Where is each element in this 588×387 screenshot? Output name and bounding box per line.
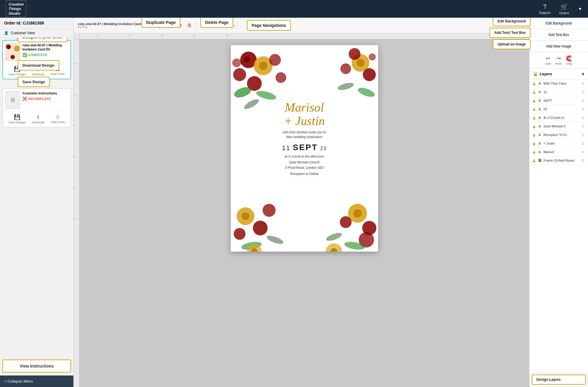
svg-point-3 [259, 62, 267, 70]
layer-name-9: Frame 03-Red Roses [543, 159, 580, 162]
svg-point-1 [244, 56, 250, 62]
incomplete-icon: ❌ [22, 96, 27, 101]
svg-point-4 [233, 68, 246, 81]
layer-item-0[interactable]: 🔒 A With Their Fami 🗑 [529, 79, 588, 88]
design-card-2-header: 🖥 Customer Instructions ❌ INCOMPLETE [5, 91, 68, 109]
incomplete-text: INCOMPLETE [28, 97, 51, 101]
layer-item-3[interactable]: 🔒 A 23 🗑 [529, 105, 588, 114]
callout-save-design: Save Design [18, 77, 50, 87]
layers-collapse-icon[interactable]: ∧ [582, 72, 584, 76]
layer-item-1[interactable]: 🔒 A 11 🗑 [529, 88, 588, 96]
layer-delete-icon-7[interactable]: 🗑 [582, 141, 585, 145]
undo-button[interactable]: ↩ Undo [545, 55, 551, 65]
ruler-horizontal: 1 2 3 4 5 [80, 33, 529, 39]
layer-delete-icon-1[interactable]: 🗑 [582, 90, 585, 94]
canvas-workspace[interactable]: Marisol + Justin with their families inv… [80, 39, 529, 387]
svg-point-8 [255, 89, 277, 101]
layer-delete-icon-4[interactable]: 🗑 [582, 116, 585, 120]
download-button-2[interactable]: ⬇ Download [31, 113, 46, 124]
layers-header: 🔒 Layers ∧ [529, 68, 588, 79]
design-list: Designs in your Order ↙ Download Design … [0, 38, 73, 357]
order-prints-button-2[interactable]: 🖨 Order Prints [49, 113, 67, 124]
layer-lock-icon: 🔒 [532, 159, 536, 162]
layer-lock-icon: 🔒 [532, 150, 536, 154]
layer-lock-icon: 🔒 [532, 82, 536, 85]
main-layout: Order Id: CJ1681358 👤 Customer View Desi… [0, 18, 588, 387]
couple-name1: Marisol + Justin [265, 101, 344, 128]
layer-item-9[interactable]: 🔒 🖼 Frame 03-Red Roses 🗑 [529, 156, 588, 165]
date-line: 11 SEPT 23 [265, 143, 344, 152]
collapse-menu-bar[interactable]: < Collapse Menu [0, 375, 73, 387]
svg-point-6 [269, 54, 281, 66]
print-icon-2: 🖨 [55, 114, 60, 120]
layer-name-3: 23 [543, 107, 580, 111]
left-sidebar: Order Id: CJ1681358 👤 Customer View Desi… [0, 18, 74, 387]
edit-background-label: Edit Background [546, 21, 571, 25]
layer-type-6: A [538, 133, 542, 137]
customer-view-label: Customer View [11, 31, 35, 35]
layer-item-2[interactable]: 🔒 A SEPT 🗑 [529, 96, 588, 105]
svg-point-10 [276, 72, 286, 83]
download-label-2: Download [32, 121, 44, 124]
redo-button[interactable]: ↪ Redo [556, 55, 562, 65]
svg-point-19 [369, 53, 376, 60]
card-text-area: Marisol + Justin with their families inv… [265, 101, 344, 176]
top-navigation: Creative Things Studio ? Support 🛒 Order… [0, 0, 588, 18]
layer-item-4[interactable]: 🔒 A At 3 O'clock In 🗑 [529, 114, 588, 122]
delete-page-button[interactable]: 🗑 [186, 22, 193, 29]
add-text-box-button[interactable]: Add Text Box Add Text/ Text Box [529, 29, 588, 41]
layer-delete-icon-3[interactable]: 🗑 [582, 107, 585, 111]
nav-support[interactable]: ? Support [539, 3, 551, 14]
nav-orders-label: Orders [559, 11, 569, 15]
save-changes-button-2[interactable]: 💾 Save Changes [7, 113, 28, 124]
snap-button[interactable]: 🧲 Snap [566, 55, 572, 65]
undo-icon: ↩ [546, 55, 550, 62]
layer-delete-icon-0[interactable]: 🗑 [582, 81, 585, 86]
add-new-image-button[interactable]: Add New Image Upload an Image [529, 41, 588, 52]
svg-point-24 [263, 204, 276, 217]
layer-item-5[interactable]: 🔒 A Saint Michael C 🗑 [529, 122, 588, 131]
date-month: SEPT [293, 143, 318, 152]
layer-type-8: A [538, 150, 542, 154]
design-thumb-2: 🖥 [5, 91, 20, 109]
edit-background-button[interactable]: Edit Background Edit Background [529, 18, 588, 29]
layer-name-1: 11 [543, 90, 580, 94]
download-label: Download [32, 73, 44, 76]
layer-delete-icon-5[interactable]: 🗑 [582, 124, 585, 128]
layer-delete-icon-8[interactable]: 🗑 [582, 150, 585, 154]
design-card-1[interactable]: Designs in your Order ↙ Download Design … [2, 40, 71, 79]
nav-right: ? Support 🛒 Orders ▼ [539, 3, 582, 15]
layer-name-8: Marisol [543, 150, 580, 154]
layer-item-6[interactable]: 🔒 A Reception To Fo 🗑 [529, 131, 588, 139]
print-label: Order Prints [51, 73, 65, 76]
view-instructions-label: View Instructions [20, 364, 54, 368]
wedding-card: Marisol + Justin with their families inv… [231, 45, 378, 252]
layer-delete-icon-6[interactable]: 🗑 [582, 133, 585, 137]
download-icon-2: ⬇ [36, 114, 40, 120]
support-icon: ? [543, 3, 546, 10]
layer-lock-icon: 🔒 [532, 125, 536, 128]
view-instructions-button[interactable]: View Instructions [2, 360, 71, 373]
add-new-image-label: Add New Image [546, 44, 571, 48]
layers-list: 🔒 A With Their Fami 🗑 🔒 A 11 🗑 🔒 A SEPT … [529, 79, 588, 372]
layer-delete-icon-9[interactable]: 🗑 [582, 158, 585, 163]
layer-item-8[interactable]: 🔒 A Marisol 🗑 [529, 148, 588, 156]
nav-dropdown-arrow[interactable]: ▼ [578, 6, 582, 11]
svg-point-30 [353, 209, 362, 217]
layer-item-7[interactable]: 🔒 A + Justin 🗑 [529, 139, 588, 148]
svg-point-13 [357, 59, 364, 67]
wedding-subtitle: with their families invite you totheir w… [265, 130, 344, 139]
design-card-1-title: ruby-stat-42-07 | Wedding Invitation Car… [22, 43, 68, 52]
layer-lock-icon: 🔒 [532, 142, 536, 145]
design-card-2[interactable]: 🖥 Customer Instructions ❌ INCOMPLETE 💾 S… [2, 88, 71, 127]
layer-name-6: Reception To Fo [543, 133, 580, 137]
customer-view-bar[interactable]: 👤 Customer View [0, 29, 73, 38]
layers-icon: 🔒 [533, 71, 538, 76]
layer-delete-icon-2[interactable]: 🗑 [582, 99, 585, 103]
canvas-design-size: 5 x 7 in [78, 26, 146, 29]
nav-orders[interactable]: 🛒 Orders [559, 3, 569, 15]
callout-upload-image: Upload an Image [493, 39, 531, 49]
layer-type-2: A [538, 99, 542, 102]
callout-designs-in-order: Designs in your Order [18, 38, 67, 42]
layer-name-0: With Their Fami [543, 82, 580, 85]
